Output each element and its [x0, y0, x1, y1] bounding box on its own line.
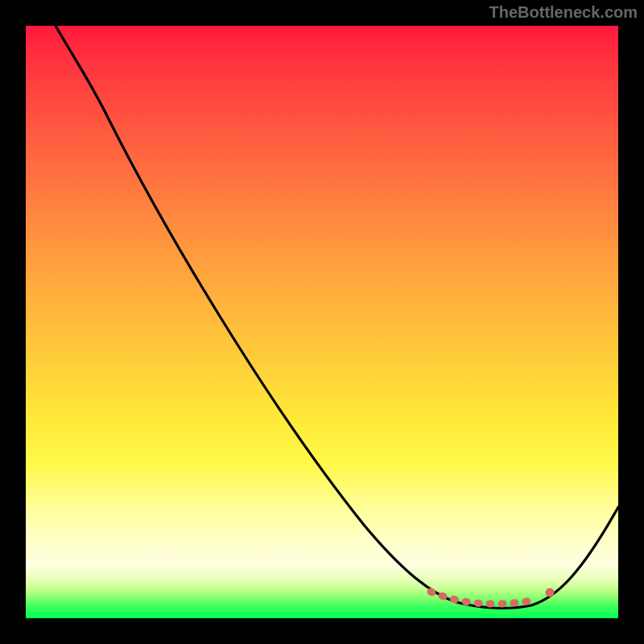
watermark-text: TheBottleneck.com	[489, 3, 638, 22]
optimal-range-end-dot	[546, 588, 555, 597]
plot-area	[26, 26, 618, 618]
chart-frame: TheBottleneck.com	[0, 0, 644, 644]
curve-layer	[26, 26, 618, 618]
bottleneck-curve	[56, 26, 618, 608]
optimal-range-marker	[431, 592, 537, 604]
